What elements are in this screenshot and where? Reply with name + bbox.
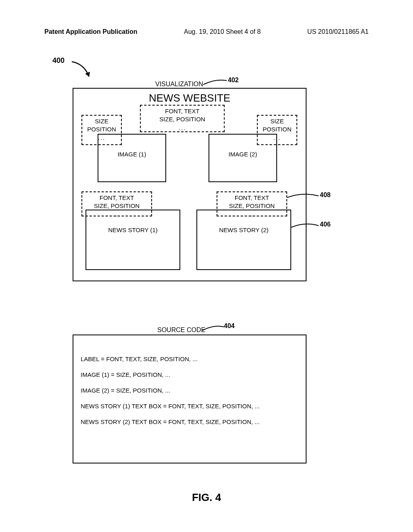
story2-label: NEWS STORY (2)	[219, 227, 269, 233]
ref-400-label: 400	[52, 56, 65, 65]
source-code-title: SOURCE CODE	[157, 326, 205, 334]
image1-label: IMAGE (1)	[118, 151, 146, 158]
ref-404: 404	[224, 322, 235, 330]
figure-caption: FIG. 4	[192, 491, 221, 504]
leader-402	[203, 79, 227, 87]
src-line-3: IMAGE (2) = SIZE, POSITION, ...	[81, 387, 298, 394]
ref-402: 402	[228, 77, 239, 84]
story1-label: NEWS STORY (1)	[108, 227, 158, 233]
src-line-2: IMAGE (1) = SIZE, POSITION, ...	[81, 371, 298, 378]
header-mid: Aug. 19, 2010 Sheet 4 of 8	[184, 28, 261, 35]
source-code-box: LABEL = FONT, TEXT, SIZE, POSITION, ... …	[73, 335, 307, 463]
visualization-title: VISUALIZATION	[155, 81, 203, 88]
src-line-4: NEWS STORY (1) TEXT BOX = FONT, TEXT, SI…	[81, 403, 298, 409]
image1-box: IMAGE (1)	[98, 134, 166, 182]
leader-404	[202, 324, 225, 332]
ref-408: 408	[320, 191, 331, 199]
story1-box: NEWS STORY (1)	[86, 210, 180, 270]
image2-label: IMAGE (2)	[229, 151, 257, 158]
ref-406: 406	[320, 221, 331, 228]
vis-title: NEWS WEBSITE	[149, 92, 230, 104]
arrow-icon	[70, 60, 92, 82]
visualization-box: NEWS WEBSITE FONT, TEXTSIZE, POSITION...…	[73, 88, 307, 281]
patent-page: Patent Application Publication Aug. 19, …	[0, 0, 413, 532]
header-right: US 2010/0211865 A1	[307, 28, 369, 35]
title-anno-text: FONT, TEXTSIZE, POSITION...	[141, 107, 224, 132]
src-line-5: NEWS STORY (2) TEXT BOX = FONT, TEXT, SI…	[81, 418, 298, 425]
src-line-1: LABEL = FONT, TEXT, SIZE, POSITION, ...	[81, 355, 298, 362]
header-left: Patent Application Publication	[44, 28, 138, 35]
story2-box: NEWS STORY (2)	[196, 210, 291, 270]
title-anno-box: FONT, TEXTSIZE, POSITION...	[140, 105, 225, 132]
image2-box: IMAGE (2)	[209, 134, 277, 182]
page-header: Patent Application Publication Aug. 19, …	[44, 28, 369, 35]
